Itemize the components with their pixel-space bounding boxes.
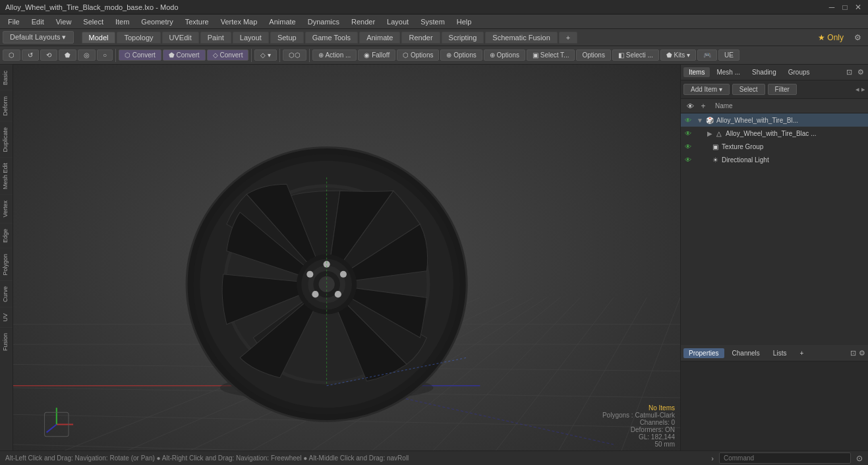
default-layouts-button[interactable]: Default Layouts ▾ bbox=[3, 31, 74, 44]
tool-icon-2[interactable]: ↺ bbox=[22, 49, 39, 61]
add-item-button[interactable]: Add Item bbox=[683, 84, 730, 95]
star-only-button[interactable]: ★ Only bbox=[814, 32, 848, 44]
settings-button[interactable]: ⚙ bbox=[850, 32, 865, 44]
convert-button-3[interactable]: ◇ Convert bbox=[207, 49, 249, 61]
tab-shading[interactable]: Shading bbox=[747, 67, 782, 77]
prop-tab-properties[interactable]: Properties bbox=[683, 348, 724, 358]
tab-add[interactable]: + bbox=[559, 32, 577, 44]
tab-animate[interactable]: Animate bbox=[359, 32, 400, 44]
options-button-2[interactable]: ⊕ Options bbox=[440, 49, 482, 61]
sidebar-tab-duplicate[interactable]: Duplicate bbox=[0, 121, 13, 158]
gamepad-button[interactable]: 🎮 bbox=[697, 49, 717, 61]
name-column-header: Name bbox=[712, 102, 865, 109]
item-vis-3[interactable]: 👁 bbox=[682, 140, 694, 152]
menu-dynamics[interactable]: Dynamics bbox=[303, 16, 345, 27]
tool-icon-1[interactable]: ⬡ bbox=[3, 49, 20, 61]
item-vis-2[interactable]: 👁 bbox=[682, 127, 694, 139]
falloff-button[interactable]: ◉ Falloff bbox=[358, 49, 395, 61]
window-controls[interactable]: ─ □ ✕ bbox=[827, 3, 863, 12]
tab-render[interactable]: Render bbox=[401, 32, 440, 44]
collapse-button[interactable]: ◂ ▸ bbox=[855, 85, 865, 94]
sidebar-tab-edge[interactable]: Edge bbox=[0, 223, 13, 248]
options-button-3[interactable]: ⊕ Options bbox=[484, 49, 525, 61]
menu-vertex-map[interactable]: Vertex Map bbox=[216, 16, 263, 27]
menu-system[interactable]: System bbox=[415, 16, 450, 27]
menu-texture[interactable]: Texture bbox=[180, 16, 214, 27]
workspace-tabs: Model Topology UVEdit Paint Layout Setup… bbox=[82, 32, 578, 44]
item-vis-4[interactable]: 👁 bbox=[682, 154, 694, 166]
prop-tab-add[interactable]: + bbox=[794, 348, 809, 358]
convert-button-1[interactable]: ⬡ Convert bbox=[119, 49, 161, 61]
menu-file[interactable]: File bbox=[3, 16, 25, 27]
tab-schematic-fusion[interactable]: Schematic Fusion bbox=[485, 32, 557, 44]
sidebar-tab-fusion[interactable]: Fusion bbox=[0, 327, 13, 356]
menu-geometry[interactable]: Geometry bbox=[136, 16, 178, 27]
tool-icon-6[interactable]: ○ bbox=[97, 49, 113, 61]
gl-info: GL: 182,144 bbox=[602, 433, 675, 441]
menu-view[interactable]: View bbox=[51, 16, 77, 27]
menu-layout[interactable]: Layout bbox=[382, 16, 414, 27]
status-arrow[interactable]: › bbox=[711, 454, 714, 462]
sidebar-tab-curve[interactable]: Curve bbox=[0, 280, 13, 307]
command-input[interactable] bbox=[719, 452, 851, 464]
sidebar-tab-mesh-edit[interactable]: Mesh Edit bbox=[0, 157, 13, 195]
options-button-4[interactable]: Options bbox=[576, 49, 610, 61]
item-row-4[interactable]: 👁 ☀ Directional Light bbox=[681, 153, 868, 166]
add-col-icon[interactable]: + bbox=[697, 100, 710, 113]
tool-icon-3[interactable]: ⟲ bbox=[40, 49, 57, 61]
sidebar-tab-basic[interactable]: Basic bbox=[0, 65, 13, 90]
prop-tab-lists[interactable]: Lists bbox=[768, 348, 792, 358]
menu-render[interactable]: Render bbox=[346, 16, 380, 27]
action-button[interactable]: ⊕ Action ... bbox=[312, 49, 357, 61]
menu-animate[interactable]: Animate bbox=[264, 16, 301, 27]
tab-groups[interactable]: Groups bbox=[783, 67, 815, 77]
command-submit-icon[interactable]: ⊙ bbox=[856, 454, 863, 463]
item-row-2[interactable]: 👁 ▶ △ Alloy_Wheel_with_Tire_Blac ... bbox=[681, 127, 868, 140]
filter-button[interactable]: Filter bbox=[768, 84, 797, 95]
panel-expand-icon[interactable]: ⊡ bbox=[845, 67, 854, 78]
prop-tab-channels[interactable]: Channels bbox=[727, 348, 765, 358]
tab-topology[interactable]: Topology bbox=[117, 32, 160, 44]
viewport[interactable]: ⚙ Perspective Advanced Viewport Textures… bbox=[13, 65, 680, 450]
item-row-1[interactable]: 👁 ▼ 🎲 Alloy_Wheel_with_Tire_Bl... bbox=[681, 113, 868, 127]
sidebar-tab-deform[interactable]: Deform bbox=[0, 90, 13, 121]
item-row-3[interactable]: 👁 ▣ Texture Group bbox=[681, 140, 868, 153]
tab-scripting[interactable]: Scripting bbox=[442, 32, 484, 44]
tool-icon-4[interactable]: ⬟ bbox=[59, 49, 76, 61]
ue-button[interactable]: UE bbox=[718, 49, 739, 61]
convert-button-2[interactable]: ⬟ Convert bbox=[163, 49, 206, 61]
tab-game-tools[interactable]: Game Tools bbox=[305, 32, 359, 44]
menu-select[interactable]: Select bbox=[78, 16, 109, 27]
menu-edit[interactable]: Edit bbox=[26, 16, 49, 27]
main-layout: Basic Deform Duplicate Mesh Edit Vertex … bbox=[0, 65, 868, 450]
double-icon-button[interactable]: ⬡⬡ bbox=[283, 49, 306, 61]
prop-expand-icon[interactable]: ⊡ bbox=[850, 349, 856, 357]
panel-settings-icon[interactable]: ⚙ bbox=[856, 67, 865, 78]
tab-items[interactable]: Items bbox=[683, 67, 710, 77]
tab-paint[interactable]: Paint bbox=[200, 32, 231, 44]
sidebar-tab-uv[interactable]: UV bbox=[0, 307, 13, 327]
select-button[interactable]: Select bbox=[732, 84, 765, 95]
tab-layout[interactable]: Layout bbox=[233, 32, 269, 44]
options-button-1[interactable]: ⬡ Options bbox=[397, 49, 439, 61]
close-button[interactable]: ✕ bbox=[854, 3, 863, 12]
select-t-button[interactable]: ▣ Select T... bbox=[527, 49, 575, 61]
app-title: Alloy_Wheel_with_Tire_Black_modo_base.lx… bbox=[5, 3, 179, 11]
prop-settings-icon[interactable]: ⚙ bbox=[859, 349, 865, 357]
selecti-button[interactable]: ◧ Selecti ... bbox=[612, 49, 659, 61]
tab-mesh[interactable]: Mesh ... bbox=[711, 67, 745, 77]
sidebar-tab-vertex[interactable]: Vertex bbox=[0, 195, 13, 223]
tab-setup[interactable]: Setup bbox=[270, 32, 304, 44]
item-vis-1[interactable]: 👁 bbox=[682, 114, 694, 126]
tab-uvedit[interactable]: UVEdit bbox=[162, 32, 199, 44]
kits-button[interactable]: ⬟ Kits ▾ bbox=[660, 49, 696, 61]
maximize-button[interactable]: □ bbox=[840, 3, 850, 12]
menu-help[interactable]: Help bbox=[451, 16, 477, 27]
tab-model[interactable]: Model bbox=[82, 32, 116, 44]
tool-icon-5[interactable]: ◎ bbox=[78, 49, 96, 61]
menu-item[interactable]: Item bbox=[110, 16, 134, 27]
sidebar-tab-polygon[interactable]: Polygon bbox=[0, 248, 13, 281]
item-arrow-2: ▶ bbox=[707, 130, 712, 137]
minimize-button[interactable]: ─ bbox=[827, 3, 836, 12]
shape-button[interactable]: ◇ ▾ bbox=[254, 49, 277, 61]
